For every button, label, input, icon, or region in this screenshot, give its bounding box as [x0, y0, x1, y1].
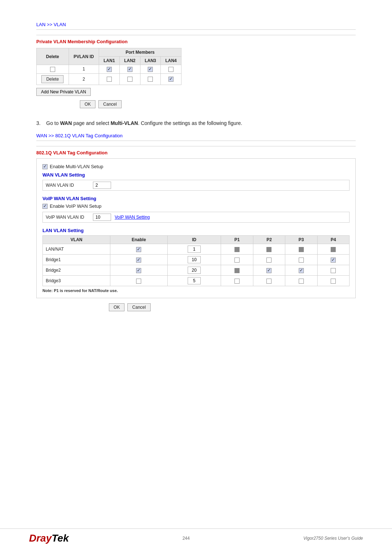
bridge1-p3-checkbox[interactable]	[299, 258, 304, 263]
page-footer: DrayTek 244 Vigor2750 Series User's Guid…	[0, 528, 392, 544]
lannat-p2	[253, 244, 285, 255]
lannat-p4-checkbox[interactable]	[331, 247, 336, 252]
cancel-button-1[interactable]: Cancel	[98, 100, 121, 108]
row1-lan4-checkbox[interactable]	[168, 67, 173, 72]
enable-multivlan-checkbox[interactable]	[42, 164, 48, 169]
row2-lan2-checkbox[interactable]	[127, 77, 132, 82]
lannat-p2-checkbox[interactable]	[266, 247, 271, 252]
enable-voip-label: Enable VoIP WAN Setup	[50, 203, 101, 209]
row1-lan3-checkbox[interactable]	[148, 67, 153, 72]
lannat-enable-checkbox[interactable]	[136, 247, 141, 252]
bridge2-p4	[317, 265, 349, 276]
bridge3-enable-checkbox[interactable]	[136, 279, 141, 284]
section2-title: 802.1Q VLAN Tag Configuration	[36, 150, 356, 155]
row1-lan4	[161, 65, 181, 74]
row2-lan4-checkbox[interactable]	[168, 77, 173, 82]
row1-lan3	[140, 65, 161, 74]
row1-lan2-checkbox[interactable]	[127, 67, 132, 72]
col-lan1: LAN1	[99, 57, 120, 65]
table-row: LAN/NAT	[43, 244, 350, 255]
bridge1-p4-checkbox[interactable]	[331, 258, 336, 263]
add-new-private-vlan-button[interactable]: Add New Private VLAN	[36, 88, 91, 96]
ok-button-1[interactable]: OK	[80, 100, 95, 108]
lannat-name: LAN/NAT	[43, 244, 110, 255]
row2-lan1-checkbox[interactable]	[107, 77, 112, 82]
bridge1-p2	[253, 255, 285, 265]
bridge2-p2-checkbox[interactable]	[266, 268, 271, 273]
lannat-p4	[317, 244, 349, 255]
enable-voip-checkbox[interactable]	[42, 204, 48, 209]
row2-lan3-checkbox[interactable]	[148, 77, 153, 82]
step-text-before: Go to	[46, 120, 60, 126]
row2-pvlanid: 2	[69, 73, 99, 85]
enable-multivlan-row: Enable Multi-VLAN Setup	[42, 164, 350, 169]
section2-wan-vlan: WAN >> 802.1Q VLAN Tag Configuration 802…	[36, 133, 356, 311]
bridge3-p4-checkbox[interactable]	[331, 279, 336, 284]
breadcrumb-2: WAN >> 802.1Q VLAN Tag Configuration	[36, 133, 123, 138]
row2-delete-cell: Delete	[37, 73, 69, 85]
bridge1-id-input[interactable]	[188, 256, 201, 263]
row1-delete-checkbox[interactable]	[50, 67, 55, 72]
lannat-p3-checkbox[interactable]	[299, 247, 304, 252]
bridge1-p1-checkbox[interactable]	[234, 258, 240, 263]
voip-wan-vlan-id-input[interactable]	[93, 214, 111, 221]
step-text-mid1: page and select	[72, 120, 111, 126]
bridge2-p3-checkbox[interactable]	[299, 268, 304, 273]
bridge3-p3	[285, 276, 317, 286]
table-row: Delete 2	[37, 73, 181, 85]
bridge2-p4-checkbox[interactable]	[331, 268, 336, 273]
col-delete: Delete	[37, 48, 69, 65]
col-port-members: Port Members	[99, 48, 181, 57]
lan-vlan-table: VLAN Enable ID P1 P2 P3 P4 LAN/NAT	[42, 235, 350, 286]
enable-multivlan-label: Enable Multi-VLAN Setup	[50, 164, 103, 169]
lannat-id-input[interactable]	[188, 246, 201, 253]
bridge2-enable	[110, 265, 167, 276]
bridge2-id-input[interactable]	[188, 267, 201, 274]
bridge3-id-input[interactable]	[188, 277, 201, 284]
bridge1-p1	[221, 255, 253, 265]
bridge3-p2-checkbox[interactable]	[266, 279, 271, 284]
note-text: Note: P1 is reserved for NAT/Route use.	[42, 288, 350, 293]
col-lan4: LAN4	[161, 57, 181, 65]
lannat-p1-checkbox[interactable]	[234, 247, 240, 252]
wan-vlan-id-input[interactable]	[93, 182, 111, 189]
step-instruction: 3. Go to WAN page and select Multi-VLAN.…	[36, 119, 356, 127]
bridge1-id	[167, 255, 221, 265]
row1-delete-cell	[37, 65, 69, 74]
bridge3-p2	[253, 276, 285, 286]
delete-button[interactable]: Delete	[41, 75, 64, 83]
step-bold2: Multi-VLAN	[111, 120, 138, 126]
breadcrumb-bar-2: WAN >> 802.1Q VLAN Tag Configuration	[36, 133, 356, 141]
bridge1-enable-checkbox[interactable]	[136, 258, 141, 263]
lan-vlan-setting-title: LAN VLAN Setting	[42, 228, 350, 233]
col-lan2: LAN2	[119, 57, 140, 65]
section1-title: Private VLAN Membership Configuration	[36, 39, 356, 44]
bridge2-p1-checkbox[interactable]	[234, 268, 240, 273]
draytek-logo: DrayTek	[29, 532, 69, 544]
table-row: Bridge2	[43, 265, 350, 276]
row1-lan2	[119, 65, 140, 74]
lv-col-enable: Enable	[110, 236, 167, 244]
bridge3-p3-checkbox[interactable]	[299, 279, 304, 284]
lannat-id	[167, 244, 221, 255]
lv-col-vlan: VLAN	[43, 236, 110, 244]
step-bold1: WAN	[60, 120, 72, 126]
ok-button-2[interactable]: OK	[109, 303, 124, 311]
breadcrumb-1: LAN >> VLAN	[36, 22, 66, 27]
bridge2-enable-checkbox[interactable]	[136, 268, 141, 273]
cancel-button-2[interactable]: Cancel	[127, 303, 150, 311]
lannat-p3	[285, 244, 317, 255]
wan-vlan-id-row: WAN VLAN ID	[42, 180, 350, 191]
bridge1-name: Bridge1	[43, 255, 110, 265]
voip-wan-setting-link[interactable]: VoIP WAN Setting	[115, 215, 150, 220]
row1-lan1-checkbox[interactable]	[107, 67, 112, 72]
row2-lan1	[99, 73, 120, 85]
enable-voip-row: Enable VoIP WAN Setup	[42, 203, 350, 209]
bridge3-p1-checkbox[interactable]	[234, 279, 240, 284]
bridge3-p4	[317, 276, 349, 286]
ok-cancel-row-1: OK Cancel	[80, 100, 356, 108]
divider-1	[36, 35, 356, 35]
bridge2-id	[167, 265, 221, 276]
bridge1-p2-checkbox[interactable]	[266, 258, 271, 263]
table-row: Bridge1	[43, 255, 350, 265]
